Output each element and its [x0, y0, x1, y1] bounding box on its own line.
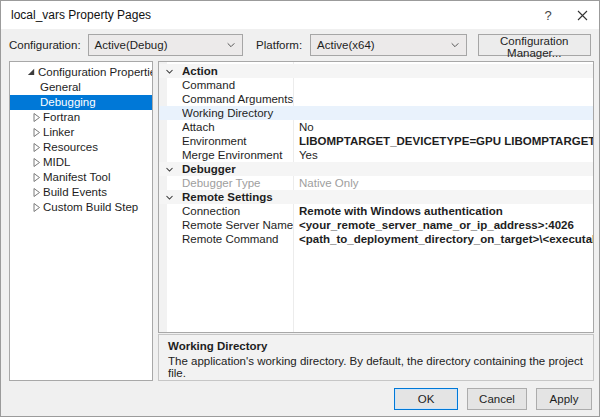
configuration-toolbar: Configuration: Active(Debug) Platform: A… — [1, 29, 599, 61]
tree-item-label: General — [10, 80, 81, 95]
help-button[interactable]: ? — [531, 1, 565, 29]
property-name: Environment — [182, 134, 293, 148]
configuration-value: Active(Debug) — [95, 39, 168, 51]
property-name: Merge Environment — [182, 148, 293, 162]
platform-label: Platform: — [256, 39, 302, 51]
grid-row-command-arguments[interactable]: Command Arguments — [159, 92, 593, 106]
tree-collapsed-icon[interactable] — [32, 187, 41, 198]
grid-row-merge-environment[interactable]: Merge Environment Yes — [159, 148, 593, 162]
chevron-down-icon — [226, 40, 236, 50]
description-text: The application's working directory. By … — [168, 355, 584, 379]
property-value: Native Only — [293, 176, 593, 190]
property-value — [293, 78, 593, 92]
tree-item-debugging[interactable]: Debugging — [10, 95, 152, 110]
tree-item-manifest-tool[interactable]: Manifest Tool — [10, 170, 152, 185]
category-label: Action — [182, 64, 293, 78]
tree-collapsed-icon[interactable] — [32, 157, 41, 168]
tree-collapsed-icon[interactable] — [32, 172, 41, 183]
tree-item-configuration-properties[interactable]: Configuration Properties — [10, 65, 152, 80]
close-button[interactable] — [565, 1, 599, 29]
grid-row-environment[interactable]: Environment LIBOMPTARGET_DEVICETYPE=GPU … — [159, 134, 593, 148]
configuration-manager-button[interactable]: Configuration Manager... — [478, 34, 591, 56]
window-title: local_vars Property Pages — [11, 8, 151, 22]
help-icon: ? — [544, 8, 551, 23]
title-bar: local_vars Property Pages ? — [1, 1, 599, 29]
property-name: Connection — [182, 204, 293, 218]
property-name: Working Directory — [182, 106, 293, 120]
tree-item-label: Linker — [10, 125, 74, 140]
category-label: Debugger — [182, 162, 293, 176]
tree-item-build-events[interactable]: Build Events — [10, 185, 152, 200]
grid-row-connection[interactable]: Connection Remote with Windows authentic… — [159, 204, 593, 218]
chevron-down-icon[interactable] — [165, 165, 174, 174]
property-value: Remote with Windows authentication — [293, 204, 593, 218]
property-name: Attach — [182, 120, 293, 134]
property-name: Command — [182, 78, 293, 92]
grid-category-action[interactable]: Action — [159, 64, 593, 78]
tree-item-label: Fortran — [10, 110, 80, 125]
grid-row-debugger-type[interactable]: Debugger Type Native Only — [159, 176, 593, 190]
tree-item-label: Manifest Tool — [10, 170, 111, 185]
chevron-down-icon — [450, 40, 460, 50]
tree-item-resources[interactable]: Resources — [10, 140, 152, 155]
tree-item-midl[interactable]: MIDL — [10, 155, 152, 170]
grid-row-working-directory[interactable]: Working Directory — [159, 106, 593, 120]
property-name: Command Arguments — [182, 92, 293, 106]
chevron-down-icon[interactable] — [165, 67, 174, 76]
titlebar-buttons: ? — [531, 1, 599, 29]
tree-item-label: Custom Build Step — [10, 200, 138, 215]
configuration-tree: Configuration Properties General Debuggi… — [9, 61, 153, 381]
grid-row-remote-server-name[interactable]: Remote Server Name <your_remote_server_n… — [159, 218, 593, 232]
tree-collapsed-icon[interactable] — [32, 127, 41, 138]
tree-item-fortran[interactable]: Fortran — [10, 110, 152, 125]
ok-button[interactable]: OK — [394, 388, 458, 410]
property-pages-dialog: local_vars Property Pages ? Configuratio… — [0, 0, 600, 417]
tree-collapsed-icon[interactable] — [32, 202, 41, 213]
grid-row-command[interactable]: Command — [159, 78, 593, 92]
property-value: LIBOMPTARGET_DEVICETYPE=GPU LIBOMPTARGET… — [293, 134, 593, 148]
property-description-panel: Working Directory The application's work… — [158, 334, 594, 381]
tree-item-linker[interactable]: Linker — [10, 125, 152, 140]
dialog-footer: OK Cancel Apply — [1, 381, 599, 410]
property-name: Debugger Type — [182, 176, 293, 190]
property-value: No — [293, 120, 593, 134]
tree-item-general[interactable]: General — [10, 80, 152, 95]
tree-item-custom-build-step[interactable]: Custom Build Step — [10, 200, 152, 215]
tree-collapsed-icon[interactable] — [32, 112, 41, 123]
platform-value: Active(x64) — [317, 39, 375, 51]
grid-row-remote-command[interactable]: Remote Command <path_to_deployment_direc… — [159, 232, 593, 246]
tree-item-label: Resources — [10, 140, 98, 155]
grid-category-debugger[interactable]: Debugger — [159, 162, 593, 176]
tree-item-label: Build Events — [10, 185, 107, 200]
description-title: Working Directory — [168, 340, 584, 352]
close-icon — [577, 10, 588, 21]
grid-category-remote-settings[interactable]: Remote Settings — [159, 190, 593, 204]
chevron-down-icon[interactable] — [165, 193, 174, 202]
category-label: Remote Settings — [182, 190, 293, 204]
tree-item-label: Debugging — [10, 95, 96, 110]
property-value — [293, 92, 593, 106]
property-value: <path_to_deployment_directory_on_target>… — [293, 232, 593, 246]
property-grid: Action Command Command Arguments Working… — [158, 61, 594, 333]
tree-collapsed-icon[interactable] — [32, 142, 41, 153]
property-value — [293, 106, 593, 120]
tree-expanded-icon[interactable] — [27, 67, 36, 76]
cancel-button[interactable]: Cancel — [467, 388, 527, 410]
property-value: Yes — [293, 148, 593, 162]
apply-button[interactable]: Apply — [536, 388, 592, 410]
configuration-label: Configuration: — [9, 39, 81, 51]
property-value: <your_remote_server_name_or_ip_address>:… — [293, 218, 593, 232]
main-area: Configuration Properties General Debuggi… — [1, 61, 599, 381]
property-name: Remote Command — [182, 232, 293, 246]
grid-row-attach[interactable]: Attach No — [159, 120, 593, 134]
property-name: Remote Server Name — [182, 218, 293, 232]
configuration-dropdown[interactable]: Active(Debug) — [88, 34, 243, 56]
platform-dropdown[interactable]: Active(x64) — [310, 34, 466, 56]
